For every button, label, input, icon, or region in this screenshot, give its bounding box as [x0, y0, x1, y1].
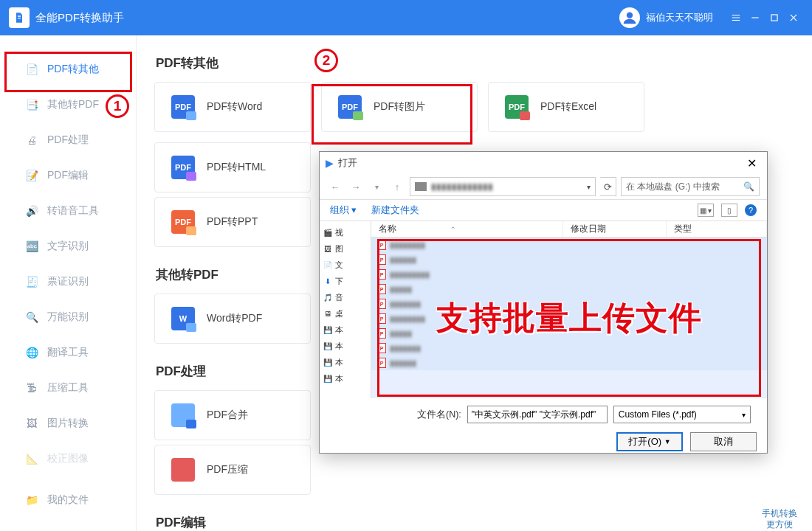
open-button[interactable]: 打开(O) ▼ [616, 432, 683, 451]
organize-menu[interactable]: 组织 ▾ [330, 204, 357, 217]
dialog-titlebar: ▶ 打开 ✕ [320, 152, 767, 174]
card-label: Word转PDF [207, 312, 262, 325]
preview-pane-button[interactable]: ▯ [721, 204, 737, 217]
refresh-button[interactable]: ⟳ [600, 177, 616, 196]
card-pdf-to-image[interactable]: PDFPDF转图片 [321, 82, 478, 132]
file-list-header[interactable]: 名称 ⌃ 修改日期 类型 [371, 221, 767, 237]
card-label: PDF压缩 [207, 463, 248, 476]
audio-icon: 🔊 [25, 204, 38, 218]
sidebar-item-ocr[interactable]: 🔤文字识别 [0, 229, 136, 264]
card-label: PDF合并 [207, 409, 248, 422]
text-icon: 🔤 [25, 240, 38, 253]
file-list[interactable]: 名称 ⌃ 修改日期 类型 P▮▮▮▮▮▮▮▮ P▮▮▮▮▮▮ P▮▮▮▮▮▮▮▮… [371, 221, 767, 398]
sidebar-item-tts[interactable]: 🔊转语音工具 [0, 193, 136, 229]
card-label: PDF转Excel [540, 100, 596, 114]
sidebar-item-label: 图片转换 [47, 417, 89, 430]
sidebar-item-other-to-pdf[interactable]: 📑其他转PDF [0, 87, 136, 122]
menu-icon[interactable] [726, 8, 746, 27]
sidebar-item-label: PDF编辑 [47, 169, 89, 182]
tool-icon: 🖨 [25, 133, 38, 147]
new-folder-button[interactable]: 新建文件夹 [371, 204, 419, 217]
card-pdf-to-excel[interactable]: PDFPDF转Excel [488, 82, 644, 132]
close-button[interactable] [784, 8, 803, 27]
app-logo [9, 7, 30, 28]
folder-tree[interactable]: 🎬视 🖼图 📄文 ⬇下 🎵音 🖥桌 💾本 💾本 💾本 💾本 [320, 221, 371, 398]
nav-forward-icon[interactable]: → [348, 178, 364, 195]
card-pdf-to-ppt[interactable]: PDFPDF转PPT [154, 197, 311, 247]
drive-icon [415, 182, 427, 191]
sidebar: 📄PDF转其他 📑其他转PDF 🖨PDF处理 📝PDF编辑 🔊转语音工具 🔤文字… [0, 35, 137, 531]
minimize-button[interactable] [746, 8, 765, 27]
filename-label: 文件名(N): [417, 409, 461, 421]
compress-icon: 🗜 [25, 381, 38, 395]
sidebar-item-label: PDF处理 [47, 133, 89, 147]
card-label: PDF转HTML [207, 161, 266, 174]
dialog-close-button[interactable]: ✕ [743, 155, 761, 172]
nav-back-icon[interactable]: ← [327, 178, 343, 195]
sidebar-item-label: 翻译工具 [47, 346, 89, 359]
path-breadcrumb[interactable]: ▮▮▮▮▮▮▮▮▮▮▮▮ ▾ [410, 177, 596, 196]
globe-icon: 🌐 [25, 346, 38, 359]
file-open-dialog: ▶ 打开 ✕ ← → ▾ ↑ ▮▮▮▮▮▮▮▮▮▮▮▮ ▾ ⟳ 在 本地磁盘 (… [319, 151, 768, 454]
sort-icon: ⌃ [450, 226, 456, 233]
card-pdf-compress[interactable]: PDF压缩 [154, 445, 311, 495]
nav-up-icon[interactable]: ↑ [389, 178, 405, 195]
card-pdf-merge[interactable]: PDF合并 [154, 390, 311, 440]
sidebar-item-my-files[interactable]: 📁我的文件 [0, 482, 136, 518]
sidebar-item-label: 其他转PDF [47, 98, 99, 111]
sidebar-item-pdf-edit[interactable]: 📝PDF编辑 [0, 158, 136, 193]
cancel-button[interactable]: 取消 [690, 432, 757, 451]
sidebar-item-label: 转语音工具 [47, 204, 99, 218]
search-placeholder: 在 本地磁盘 (G:) 中搜索 [626, 181, 720, 193]
sidebar-item-ticket[interactable]: 🧾票证识别 [0, 264, 136, 299]
sidebar-item-image[interactable]: 🖼图片转换 [0, 406, 136, 441]
image-icon: 🖼 [25, 417, 38, 430]
doc-icon: 📑 [25, 98, 38, 111]
dialog-title: 打开 [338, 156, 357, 170]
sidebar-item-pdf-process[interactable]: 🖨PDF处理 [0, 122, 136, 158]
folder-icon: 📁 [25, 493, 38, 507]
sidebar-item-compress[interactable]: 🗜压缩工具 [0, 370, 136, 406]
filetype-select[interactable]: Custom Files (*.pdf)▾ [613, 406, 751, 423]
svg-point-0 [627, 13, 633, 18]
titlebar: 全能PDF转换助手 福伯天天不聪明 [0, 0, 812, 35]
app-title: 全能PDF转换助手 [35, 11, 124, 25]
svg-rect-1 [771, 15, 777, 21]
username[interactable]: 福伯天天不聪明 [646, 11, 713, 24]
sidebar-item-label: 票证识别 [47, 275, 89, 288]
section-title-pdf-to-other: PDF转其他 [156, 55, 794, 72]
search-icon: 🔍 [743, 181, 754, 192]
avatar[interactable] [619, 7, 640, 28]
nav-history-icon[interactable]: ▾ [368, 178, 385, 195]
batch-upload-hint: 支持批量上传文件 [377, 239, 761, 397]
sidebar-item-pdf-to-other[interactable]: 📄PDF转其他 [0, 52, 136, 87]
sidebar-item-universal[interactable]: 🔍万能识别 [0, 299, 136, 335]
edit-icon: 📝 [25, 169, 38, 182]
search-input[interactable]: 在 本地磁盘 (G:) 中搜索 🔍 [621, 177, 760, 196]
card-pdf-to-word[interactable]: PDFPDF转Word [154, 82, 311, 132]
sidebar-item-label: PDF转其他 [47, 63, 99, 76]
search-icon: 🔍 [25, 310, 38, 324]
sidebar-item-correct[interactable]: 📐校正图像 [0, 441, 136, 476]
sidebar-item-translate[interactable]: 🌐翻译工具 [0, 335, 136, 370]
doc-icon: 📄 [25, 63, 38, 76]
phone-promo: 手机转换 更方便 [762, 508, 797, 531]
card-label: PDF转图片 [374, 100, 425, 114]
sidebar-item-label: 压缩工具 [47, 381, 89, 395]
card-word-to-pdf[interactable]: WWord转PDF [154, 294, 311, 344]
crop-icon: 📐 [25, 452, 38, 465]
filename-input[interactable] [467, 406, 608, 423]
app-small-icon: ▶ [326, 157, 334, 169]
section-title-pdf-edit: PDF编辑 [156, 514, 794, 531]
card-label: PDF转PPT [207, 215, 258, 229]
sidebar-item-label: 我的文件 [47, 493, 89, 507]
help-icon[interactable]: ? [745, 204, 757, 216]
sidebar-item-label: 文字识别 [47, 240, 89, 253]
view-mode-button[interactable]: ▦ ▾ [698, 204, 714, 217]
maximize-button[interactable] [765, 8, 784, 27]
card-pdf-to-html[interactable]: PDFPDF转HTML [154, 142, 311, 192]
sidebar-item-label: 万能识别 [47, 310, 89, 324]
receipt-icon: 🧾 [25, 275, 38, 288]
sidebar-item-label: 校正图像 [47, 452, 89, 465]
card-label: PDF转Word [207, 100, 262, 114]
